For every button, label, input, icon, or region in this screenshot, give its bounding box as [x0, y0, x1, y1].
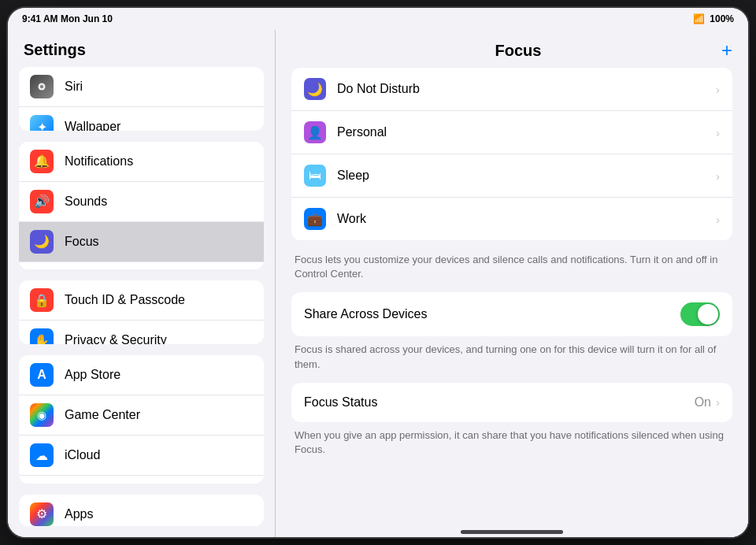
sidebar-title: Settings: [8, 30, 275, 67]
home-bar: [461, 530, 563, 534]
sidebar-item-touchid-label: Touch ID & Passcode: [65, 293, 253, 307]
sounds-icon: 🔊: [30, 190, 54, 213]
sidebar-item-siri[interactable]: Siri: [19, 67, 264, 107]
sidebar-item-privacy[interactable]: ✋ Privacy & Security: [19, 321, 264, 344]
status-time: 9:41 AM Mon Jun 10: [22, 13, 113, 24]
focus-item-sleep[interactable]: 🛏 Sleep ›: [291, 154, 732, 198]
sidebar-item-gamecenter-label: Game Center: [65, 408, 253, 422]
share-across-devices-row: Share Across Devices: [291, 292, 732, 336]
work-icon: 💼: [304, 208, 326, 230]
focus-item-work[interactable]: 💼 Work ›: [291, 198, 732, 240]
focus-status-description: When you give an app permission, it can …: [291, 428, 732, 468]
focus-item-personal[interactable]: 👤 Personal ›: [291, 111, 732, 154]
share-across-devices-section: Share Across Devices: [291, 292, 732, 336]
sleep-icon: 🛏: [304, 165, 326, 187]
sidebar-item-siri-label: Siri: [65, 80, 253, 94]
focus-status-section: Focus Status On ›: [291, 383, 732, 422]
sidebar-item-focus-label: Focus: [65, 235, 253, 249]
notifications-icon: 🔔: [30, 150, 54, 173]
sidebar-group-3: 🔒 Touch ID & Passcode ✋ Privacy & Securi…: [19, 280, 264, 344]
sidebar-group-5: ⚙ Apps: [19, 495, 264, 526]
focus-description: Focus lets you customize your devices an…: [291, 247, 732, 292]
gamecenter-icon: ◉: [30, 403, 54, 427]
ipad-frame: 9:41 AM Mon Jun 10 📶 100% Settings Si: [8, 8, 748, 537]
detail-content: 🌙 Do Not Disturb › 👤 Personal ›: [276, 68, 748, 521]
status-right: 📶 100%: [693, 13, 734, 24]
sidebar-item-appstore[interactable]: A App Store: [19, 355, 264, 395]
focus-item-donotdisturb-label: Do Not Disturb: [337, 82, 716, 96]
donotdisturb-icon: 🌙: [304, 78, 326, 100]
share-across-devices-description: Focus is shared across your devices, and…: [291, 343, 732, 382]
detail-header: Focus +: [276, 30, 748, 68]
sidebar-item-gamecenter[interactable]: ◉ Game Center: [19, 395, 264, 436]
svg-point-1: [40, 85, 44, 89]
sidebar-item-focus[interactable]: 🌙 Focus: [19, 222, 264, 262]
icloud-icon: ☁: [30, 443, 54, 467]
sidebar-item-notifications[interactable]: 🔔 Notifications: [19, 142, 264, 182]
sidebar-item-screentime[interactable]: ⏱ Screen Time: [19, 262, 264, 270]
sidebar-group-2: 🔔 Notifications 🔊 Sounds 🌙 Focus: [19, 142, 264, 270]
wifi-icon: 📶: [693, 13, 705, 24]
share-across-devices-label: Share Across Devices: [304, 307, 680, 321]
work-chevron-icon: ›: [716, 213, 720, 226]
status-bar: 9:41 AM Mon Jun 10 📶 100%: [8, 8, 748, 30]
siri-icon: [30, 75, 54, 98]
sidebar-group-1: Siri ✦ Wallpaper: [19, 67, 264, 131]
home-indicator: [276, 521, 748, 537]
sidebar-item-wallet[interactable]: 💳 Wallet & Apple Pay: [19, 476, 264, 484]
sidebar-item-icloud[interactable]: ☁ iCloud: [19, 436, 264, 476]
sidebar-item-wallpaper[interactable]: ✦ Wallpaper: [19, 107, 264, 131]
focus-status-row[interactable]: Focus Status On ›: [291, 383, 732, 422]
focus-status-label: Focus Status: [304, 395, 695, 410]
focus-status-chevron-icon: ›: [716, 395, 720, 409]
focus-item-work-label: Work: [337, 212, 716, 226]
sidebar-item-apps[interactable]: ⚙ Apps: [19, 495, 264, 526]
sidebar-item-touchid[interactable]: 🔒 Touch ID & Passcode: [19, 280, 264, 321]
sidebar-item-apps-label: Apps: [65, 507, 253, 521]
sidebar-item-notifications-label: Notifications: [65, 154, 253, 169]
apps-icon: ⚙: [30, 502, 54, 526]
sidebar-item-privacy-label: Privacy & Security: [65, 333, 253, 344]
sidebar-item-sounds[interactable]: 🔊 Sounds: [19, 182, 264, 222]
add-focus-button[interactable]: +: [721, 41, 732, 60]
sidebar-item-appstore-label: App Store: [65, 368, 253, 382]
personal-icon: 👤: [304, 121, 326, 143]
app-body: Settings Siri ✦ Wallpaper: [8, 30, 748, 537]
donotdisturb-chevron-icon: ›: [716, 83, 720, 96]
sidebar-group-4: A App Store ◉ Game Center ☁ iCloud: [19, 355, 264, 484]
sidebar: Settings Siri ✦ Wallpaper: [8, 30, 276, 537]
battery-icon: 100%: [710, 13, 734, 24]
focus-status-value: On: [695, 395, 711, 410]
detail-title: Focus: [315, 42, 721, 60]
focus-list: 🌙 Do Not Disturb › 👤 Personal ›: [291, 68, 732, 240]
share-across-devices-toggle[interactable]: [680, 302, 720, 326]
personal-chevron-icon: ›: [716, 126, 720, 139]
appstore-icon: A: [30, 363, 54, 387]
focus-item-donotdisturb[interactable]: 🌙 Do Not Disturb ›: [291, 68, 732, 111]
privacy-icon: ✋: [30, 328, 54, 344]
focus-item-sleep-label: Sleep: [337, 169, 716, 183]
wallpaper-icon: ✦: [30, 115, 54, 131]
sleep-chevron-icon: ›: [716, 169, 720, 183]
focus-item-personal-label: Personal: [337, 125, 716, 139]
sidebar-item-icloud-label: iCloud: [65, 448, 253, 462]
focus-icon: 🌙: [30, 230, 54, 254]
detail-panel: Focus + 🌙 Do Not Disturb › 👤: [276, 30, 748, 537]
touchid-icon: 🔒: [30, 288, 54, 312]
sidebar-item-wallpaper-label: Wallpaper: [65, 120, 253, 131]
sidebar-item-sounds-label: Sounds: [65, 195, 253, 209]
